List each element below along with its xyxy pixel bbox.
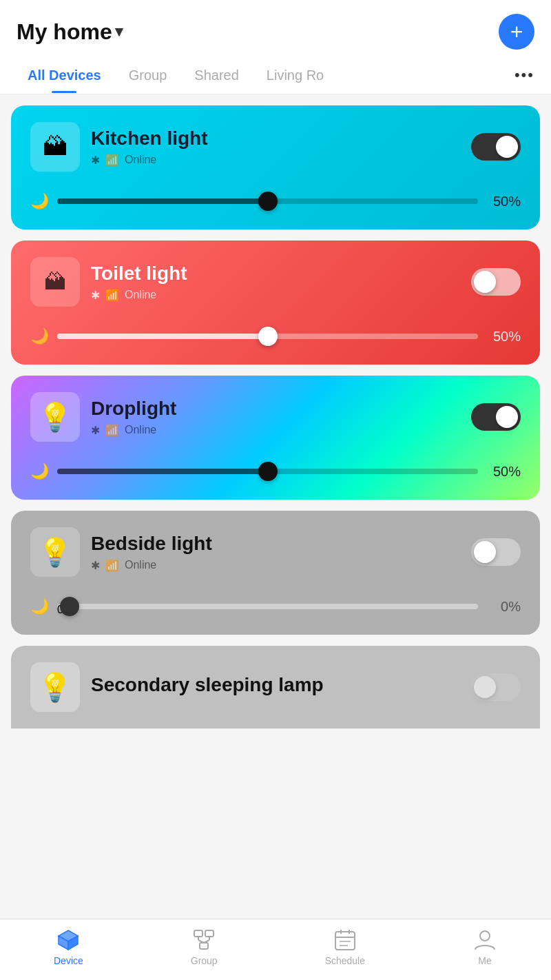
bedside-icon-box: 💡 [30, 527, 80, 577]
device-card-secondary[interactable]: 💡 Secondary sleeping lamp [11, 646, 540, 728]
bedside-brightness-slider: 🌙 0% 0% [30, 598, 521, 615]
toilet-bluetooth-icon: ✱ [91, 289, 100, 302]
nav-group[interactable]: Group [191, 928, 218, 966]
kitchen-device-status: ✱ 📶 Online [91, 154, 208, 167]
kitchen-device-icon: 🏔 [43, 132, 67, 161]
toilet-device-icon: 🏔 [44, 269, 66, 295]
tab-group[interactable]: Group [118, 58, 178, 93]
toilet-device-status: ✱ 📶 Online [91, 289, 187, 302]
tab-bar: All Devices Group Shared Living Ro ••• [0, 57, 551, 94]
bedside-device-status: ✱ 📶 Online [91, 559, 212, 572]
tab-all-devices[interactable]: All Devices [17, 58, 112, 93]
bedside-device-name: Bedside light [91, 533, 212, 555]
device-nav-label: Device [54, 955, 83, 966]
kitchen-slider-track[interactable] [57, 198, 478, 204]
droplight-device-icon: 💡 [38, 401, 72, 433]
kitchen-icon-box: 🏔 [30, 122, 80, 172]
group-nav-icon [191, 928, 216, 952]
kitchen-slider-thumb[interactable] [258, 192, 278, 211]
droplight-online-text: Online [125, 424, 156, 436]
device-card-toilet[interactable]: 🏔 Toilet light ✱ 📶 Online 🌙 [11, 241, 540, 365]
droplight-bluetooth-icon: ✱ [91, 424, 100, 437]
tabs-more-icon[interactable]: ••• [514, 57, 534, 94]
droplight-slider-thumb[interactable] [258, 462, 278, 481]
kitchen-toggle-knob [496, 136, 518, 158]
bedside-slider-thumb[interactable] [60, 597, 79, 616]
bedside-toggle[interactable] [471, 538, 521, 566]
toilet-icon-box: 🏔 [30, 257, 80, 307]
device-nav-icon [56, 928, 81, 952]
bedside-text: Bedside light ✱ 📶 Online [91, 533, 212, 572]
card-top-toilet: 🏔 Toilet light ✱ 📶 Online [30, 257, 521, 307]
kitchen-toggle[interactable] [471, 133, 521, 161]
droplight-toggle[interactable] [471, 403, 521, 431]
kitchen-slider-fill [57, 198, 268, 204]
toilet-wifi-icon: 📶 [105, 289, 119, 302]
svg-rect-14 [335, 932, 355, 950]
toilet-toggle[interactable] [471, 268, 521, 296]
toilet-device-name: Toilet light [91, 263, 187, 285]
secondary-device-icon: 💡 [38, 671, 72, 704]
droplight-device-name: Droplight [91, 398, 176, 420]
wifi-icon: 📶 [105, 154, 119, 167]
bedside-brightness-value: 0% [486, 599, 521, 615]
droplight-icon-box: 💡 [30, 392, 80, 442]
secondary-device-name: Secondary sleeping lamp [91, 674, 324, 696]
nav-device[interactable]: Device [54, 928, 83, 966]
device-card-kitchen[interactable]: 🏔 Kitchen light ✱ 📶 Online 🌙 [11, 105, 540, 229]
bedside-bluetooth-icon: ✱ [91, 559, 100, 572]
kitchen-moon-icon: 🌙 [30, 192, 49, 210]
secondary-icon-box: 💡 [30, 662, 80, 712]
add-device-button[interactable]: + [499, 14, 534, 50]
card-top-kitchen: 🏔 Kitchen light ✱ 📶 Online [30, 122, 521, 172]
device-card-bedside[interactable]: 💡 Bedside light ✱ 📶 Online 🌙 0% [11, 511, 540, 635]
toilet-brightness-slider: 🌙 50% [30, 327, 521, 345]
plus-icon: + [510, 21, 523, 43]
bottom-nav: Device Group Schedule Me [0, 919, 551, 980]
toilet-slider-fill [57, 334, 268, 339]
droplight-device-status: ✱ 📶 Online [91, 424, 176, 437]
svg-rect-9 [200, 943, 208, 949]
card-info-droplight: 💡 Droplight ✱ 📶 Online [30, 392, 176, 442]
group-nav-label: Group [191, 955, 218, 966]
bedside-online-text: Online [125, 559, 156, 571]
droplight-brightness-slider: 🌙 50% [30, 462, 521, 480]
svg-point-20 [480, 931, 490, 941]
toilet-slider-thumb[interactable] [258, 327, 278, 346]
toilet-slider-track[interactable] [57, 334, 478, 339]
me-nav-icon [472, 928, 497, 952]
me-nav-label: Me [478, 955, 491, 966]
home-title[interactable]: My home ▾ [17, 19, 123, 45]
tab-living-room[interactable]: Living Ro [256, 58, 335, 93]
droplight-slider-track[interactable] [57, 469, 478, 474]
droplight-brightness-value: 50% [486, 464, 521, 480]
bedside-slider-track[interactable]: 0% [57, 604, 478, 609]
bluetooth-icon: ✱ [91, 154, 100, 167]
toilet-text: Toilet light ✱ 📶 Online [91, 263, 187, 302]
droplight-toggle-knob [496, 406, 518, 428]
secondary-toggle[interactable] [471, 673, 521, 701]
droplight-slider-fill [57, 469, 268, 474]
toilet-brightness-value: 50% [486, 329, 521, 345]
kitchen-text: Kitchen light ✱ 📶 Online [91, 127, 208, 167]
secondary-text: Secondary sleeping lamp [91, 674, 324, 700]
bedside-device-icon: 💡 [38, 536, 72, 569]
nav-schedule[interactable]: Schedule [325, 928, 365, 966]
card-top-droplight: 💡 Droplight ✱ 📶 Online [30, 392, 521, 442]
card-info-toilet: 🏔 Toilet light ✱ 📶 Online [30, 257, 187, 307]
schedule-nav-icon [333, 928, 357, 952]
kitchen-brightness-slider: 🌙 50% [30, 192, 521, 210]
svg-rect-7 [194, 930, 202, 937]
home-title-text: My home [17, 19, 112, 45]
device-card-droplight[interactable]: 💡 Droplight ✱ 📶 Online 🌙 [11, 376, 540, 500]
nav-me[interactable]: Me [472, 928, 497, 966]
kitchen-brightness-value: 50% [486, 194, 521, 210]
schedule-nav-label: Schedule [325, 955, 365, 966]
bedside-toggle-knob [474, 541, 496, 563]
toilet-toggle-knob [474, 271, 496, 293]
droplight-moon-icon: 🌙 [30, 462, 49, 480]
tab-shared[interactable]: Shared [183, 58, 250, 93]
bedside-wifi-icon: 📶 [105, 559, 119, 572]
toilet-moon-icon: 🌙 [30, 327, 49, 345]
droplight-wifi-icon: 📶 [105, 424, 119, 437]
